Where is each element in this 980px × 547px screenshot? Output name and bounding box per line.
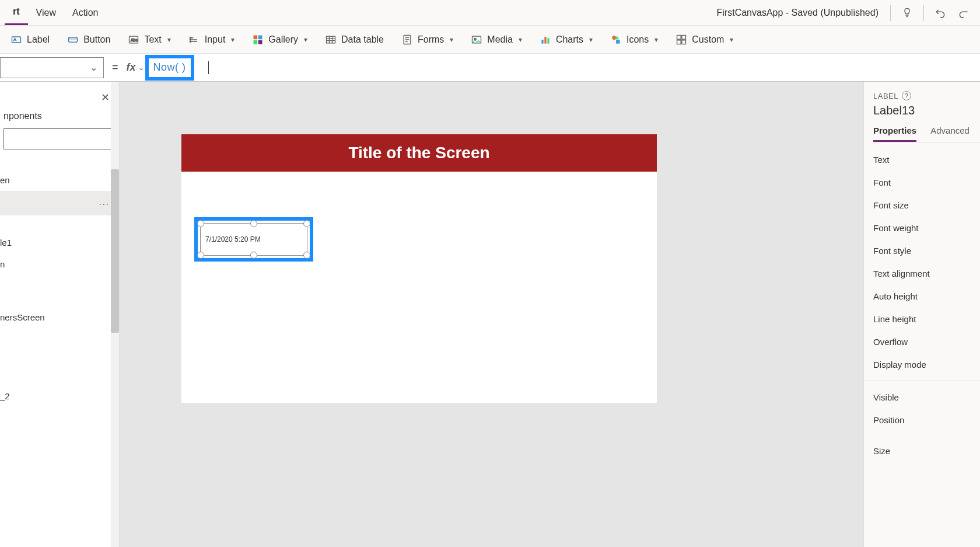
- ribbon-icons-text: Icons: [626, 34, 649, 45]
- ribbon-media-button[interactable]: Media ▾: [467, 32, 526, 48]
- tree-view-panel: ✕ nponents en ··· le1 n nersScreen _2: [0, 82, 120, 547]
- chevron-down-icon: ▾: [450, 36, 453, 44]
- tree-tab-components[interactable]: nponents: [0, 82, 119, 127]
- ribbon-forms-button[interactable]: Forms ▾: [398, 32, 457, 48]
- gallery-icon: [252, 34, 264, 46]
- menu-tab-view[interactable]: View: [28, 0, 64, 25]
- ribbon-label-button[interactable]: Label: [7, 32, 53, 48]
- canvas-screen[interactable]: Title of the Screen 7/1/2020 5:20 PM: [181, 134, 657, 403]
- property-dropdown[interactable]: ⌄: [0, 57, 104, 78]
- menu-tab-insert[interactable]: rt: [5, 0, 28, 25]
- prop-position[interactable]: Position: [873, 409, 980, 431]
- control-name[interactable]: Label13: [873, 104, 980, 117]
- svg-rect-10: [254, 40, 258, 44]
- chevron-down-icon: ▾: [304, 36, 307, 44]
- icons-icon: [610, 34, 622, 46]
- ribbon-gallery-button[interactable]: Gallery ▾: [249, 32, 311, 48]
- chevron-down-icon: ▾: [589, 36, 593, 44]
- tree-node[interactable]: le1: [0, 232, 119, 253]
- svg-rect-9: [258, 35, 262, 39]
- prop-font[interactable]: Font: [873, 171, 980, 194]
- table-icon: [325, 34, 337, 46]
- button-icon: [67, 34, 79, 46]
- tree-search-input[interactable]: [4, 128, 112, 149]
- prop-size[interactable]: Size: [873, 440, 980, 462]
- media-icon: [471, 34, 482, 46]
- prop-font-weight[interactable]: Font weight: [873, 217, 980, 239]
- more-icon[interactable]: ···: [99, 198, 110, 208]
- charts-icon: [540, 34, 551, 46]
- ribbon-custom-button[interactable]: Custom ▾: [672, 32, 737, 48]
- prop-visible[interactable]: Visible: [873, 386, 980, 409]
- ribbon-text-button[interactable]: Abc Text ▾: [124, 32, 174, 48]
- resize-handle[interactable]: [197, 220, 204, 227]
- ribbon-charts-text: Charts: [556, 34, 583, 45]
- formula-bar: ⌄ = fx ⌄ Now( ): [0, 54, 980, 82]
- chevron-down-icon: ▾: [231, 36, 235, 44]
- tree-node[interactable]: nersScreen: [0, 306, 119, 328]
- insert-ribbon: Label Button Abc Text ▾ Input ▾ Gallery …: [0, 26, 980, 54]
- text-icon: Abc: [128, 34, 139, 46]
- chevron-down-icon: ▾: [730, 36, 733, 44]
- svg-text:Abc: Abc: [131, 38, 138, 42]
- prop-text-alignment[interactable]: Text alignment: [873, 262, 980, 285]
- tree-node[interactable]: n: [0, 253, 119, 275]
- tab-advanced[interactable]: Advanced: [930, 126, 970, 142]
- svg-rect-17: [544, 37, 546, 44]
- properties-panel: LABEL ? Label13 Properties Advanced Text…: [863, 82, 980, 547]
- resize-handle[interactable]: [303, 252, 310, 259]
- scrollbar[interactable]: [111, 82, 119, 547]
- prop-font-size[interactable]: Font size: [873, 194, 980, 217]
- resize-handle[interactable]: [303, 220, 310, 227]
- svg-point-5: [190, 37, 191, 38]
- prop-display-mode[interactable]: Display mode: [873, 353, 980, 376]
- custom-icon: [676, 34, 687, 46]
- canvas-area[interactable]: Title of the Screen 7/1/2020 5:20 PM: [120, 82, 863, 547]
- ribbon-input-button[interactable]: Input ▾: [185, 32, 239, 48]
- svg-point-7: [190, 41, 191, 42]
- screen-title-label[interactable]: Title of the Screen: [181, 134, 657, 172]
- ribbon-button-button[interactable]: Button: [64, 32, 114, 48]
- input-icon: [188, 34, 200, 46]
- prop-overflow[interactable]: Overflow: [873, 330, 980, 353]
- ribbon-custom-text: Custom: [692, 34, 724, 45]
- svg-rect-0: [12, 37, 21, 43]
- svg-rect-21: [677, 35, 681, 39]
- tree-node[interactable]: _2: [0, 385, 119, 407]
- resize-handle[interactable]: [250, 252, 257, 259]
- svg-rect-20: [616, 40, 620, 44]
- tree-node[interactable]: en: [0, 169, 119, 191]
- equals-sign: =: [104, 61, 127, 74]
- close-icon[interactable]: ✕: [101, 91, 110, 104]
- ribbon-icons-button[interactable]: Icons ▾: [607, 32, 662, 48]
- resize-handle[interactable]: [197, 252, 204, 259]
- tree-node-selected[interactable]: ···: [0, 191, 119, 215]
- formula-expression: Now( ): [153, 61, 186, 74]
- fx-button[interactable]: fx ⌄: [127, 61, 148, 74]
- prop-line-height[interactable]: Line height: [873, 308, 980, 330]
- prop-text[interactable]: Text: [873, 148, 980, 171]
- label-control-selected[interactable]: 7/1/2020 5:20 PM: [200, 223, 307, 256]
- app-checker-icon[interactable]: [895, 1, 919, 25]
- svg-point-6: [190, 39, 191, 40]
- formula-input[interactable]: Now( ): [148, 54, 980, 81]
- tab-properties[interactable]: Properties: [873, 126, 916, 142]
- ribbon-media-text: Media: [487, 34, 513, 45]
- ribbon-datatable-button[interactable]: Data table: [321, 32, 387, 48]
- top-menubar: rt View Action FirstCanvasApp - Saved (U…: [0, 0, 980, 26]
- app-title: FirstCanvasApp - Saved (Unpublished): [717, 8, 886, 18]
- text-cursor: [208, 61, 209, 74]
- prop-font-style[interactable]: Font style: [873, 239, 980, 262]
- scrollbar-thumb[interactable]: [111, 169, 119, 333]
- redo-icon[interactable]: [952, 1, 975, 25]
- svg-rect-18: [547, 38, 549, 43]
- prop-auto-height[interactable]: Auto height: [873, 285, 980, 308]
- undo-icon[interactable]: [929, 1, 952, 25]
- menu-tab-action[interactable]: Action: [64, 0, 106, 25]
- ribbon-charts-button[interactable]: Charts ▾: [536, 32, 596, 48]
- help-icon[interactable]: ?: [902, 91, 911, 100]
- tree-view: en ··· le1 n nersScreen _2: [0, 156, 119, 407]
- resize-handle[interactable]: [250, 220, 257, 227]
- svg-rect-2: [69, 37, 78, 39]
- label-value: 7/1/2020 5:20 PM: [205, 235, 261, 243]
